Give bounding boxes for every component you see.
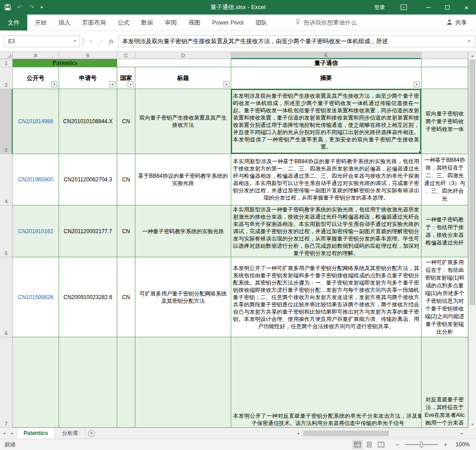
- column-header-c[interactable]: C: [117, 52, 135, 59]
- cell-abstract[interactable]: 本发明公开了一种可扩展多用户量子密钥分配网络系统及其密钥分配方法，其系统包括由量…: [231, 257, 421, 337]
- row-header-2[interactable]: 2: [0, 67, 13, 89]
- cell-abstract-active-e3[interactable]: 本发明涉及双向量子密钥产生接收装置及其产生接收方法，由至少两个量子密码收发一体机…: [231, 89, 421, 154]
- cell-title[interactable]: 可扩展多用户量子密钥分配网络系统及其密钥分配方法: [135, 257, 231, 337]
- formula-bar-expand-icon[interactable]: ▼: [464, 39, 471, 43]
- insert-function-icon[interactable]: fx: [106, 35, 116, 47]
- zoom-in-button[interactable]: +: [442, 441, 449, 448]
- ribbon-display-options-icon[interactable]: [401, 5, 407, 10]
- row-header-6[interactable]: 6: [0, 257, 13, 337]
- tab-formulas[interactable]: 公式: [112, 15, 135, 30]
- filter-button[interactable]: ▼: [51, 81, 57, 87]
- cell-publication-link[interactable]: CN101599826: [13, 257, 59, 337]
- row-header-1[interactable]: 1: [0, 59, 13, 67]
- cell-empty[interactable]: [59, 337, 117, 428]
- row-header-7[interactable]: 7: [0, 337, 13, 428]
- save-icon[interactable]: [5, 4, 11, 10]
- zoom-level[interactable]: 100%: [453, 441, 470, 448]
- tab-home[interactable]: 开始: [29, 15, 53, 30]
- vertical-scrollbar[interactable]: ▲ ▼: [468, 52, 476, 428]
- tab-data[interactable]: 数据: [135, 15, 159, 30]
- row-header-4[interactable]: 4: [0, 154, 13, 205]
- formula-bar-splitter[interactable]: [83, 37, 84, 45]
- share-button[interactable]: 共享: [446, 15, 476, 30]
- header-title[interactable]: 标题 ▼: [135, 67, 231, 89]
- scroll-right-icon[interactable]: ►: [458, 432, 466, 435]
- cell-empty[interactable]: [117, 59, 231, 67]
- header-publication-number[interactable]: 公开号 ▼: [13, 67, 59, 89]
- add-sheet-button[interactable]: +: [85, 428, 97, 439]
- cell-country[interactable]: CN: [117, 257, 135, 337]
- name-box-dropdown-icon[interactable]: ▼: [73, 39, 77, 43]
- header-abstract[interactable]: 摘要 ▼: [231, 67, 421, 89]
- vertical-scrollbar-thumb[interactable]: [470, 60, 475, 305]
- filter-button[interactable]: ▼: [109, 81, 115, 87]
- cell-empty[interactable]: [13, 337, 59, 428]
- page-layout-view-icon[interactable]: [364, 440, 374, 449]
- cell-country[interactable]: CN: [117, 154, 135, 205]
- column-header-e-selected[interactable]: E: [231, 52, 421, 59]
- cell-abstract-partial[interactable]: 本发明公开了一种对反直观量子密钥分配系统的单光子分束攻击方法，涉及量子保密通信技…: [231, 337, 421, 428]
- column-header-d[interactable]: D: [135, 52, 231, 59]
- cell-abstract[interactable]: 本实用新型涉及一种基于BB84协议的量子密码教学系统的实验光路，包括用于接收发射…: [231, 154, 421, 205]
- tab-team[interactable]: 团队: [249, 15, 273, 30]
- scroll-down-icon[interactable]: ▼: [469, 420, 476, 428]
- cell-empty[interactable]: [421, 59, 468, 67]
- close-button[interactable]: ×: [457, 0, 476, 15]
- scroll-up-icon[interactable]: ▲: [469, 52, 476, 59]
- maximize-button[interactable]: [438, 0, 457, 15]
- tab-page-layout[interactable]: 页面布局: [76, 15, 112, 30]
- horizontal-scrollbar-thumb[interactable]: [303, 431, 389, 436]
- cell-overflow[interactable]: 双向量子密钥收 两个量子密码收 子密码收发一体: [421, 89, 468, 154]
- tab-view[interactable]: 视图: [183, 15, 206, 30]
- cell-publication-link[interactable]: CN201965800: [13, 154, 59, 205]
- sign-in-button[interactable]: 登录: [374, 4, 385, 11]
- formula-input[interactable]: 本发明涉及双向量子密钥产生接收装置及其产生接收方法，由至少两个量子密码收发一体机…: [118, 35, 475, 47]
- fill-handle[interactable]: [418, 151, 421, 154]
- header-country[interactable]: 国家 ▼: [117, 67, 135, 89]
- cell-application[interactable]: CN201120002177.7: [59, 205, 117, 257]
- zoom-slider-thumb[interactable]: [420, 442, 423, 447]
- cell-country[interactable]: CN: [117, 205, 135, 257]
- zoom-slider[interactable]: [405, 444, 438, 445]
- normal-view-icon[interactable]: [352, 440, 362, 449]
- filter-button[interactable]: ▼: [128, 81, 134, 87]
- tab-review[interactable]: 审阅: [159, 15, 183, 30]
- name-box[interactable]: E3 ▼: [4, 35, 80, 47]
- horizontal-scrollbar[interactable]: ◄ ►: [294, 428, 476, 439]
- column-header-b[interactable]: B: [59, 52, 117, 59]
- horizontal-scrollbar-track[interactable]: [302, 430, 458, 437]
- redo-icon[interactable]: ↷: [29, 4, 35, 11]
- tab-file[interactable]: 文件: [0, 15, 27, 30]
- cell-publication-link[interactable]: CN201910162: [13, 205, 59, 257]
- sheet-nav-right-icon[interactable]: ►: [8, 428, 16, 439]
- row-header-3-selected[interactable]: 3: [0, 89, 13, 154]
- cell-topic-banner[interactable]: 量子通信: [231, 59, 421, 67]
- cell-title[interactable]: 一种量子密码教学系统的实验光路: [135, 205, 231, 257]
- select-all-corner[interactable]: [0, 52, 13, 59]
- sheet-tab-analysis[interactable]: 分析库: [55, 428, 85, 439]
- cell-application[interactable]: CN200910023282.6: [59, 257, 117, 337]
- cell-overflow-partial[interactable]: 对反直观量子密 法，其特征在于 Eve在发送者Alic 她用一个分束器: [421, 337, 468, 428]
- sheet-nav-left-icon[interactable]: ◄: [0, 428, 8, 439]
- qat-customize-icon[interactable]: ▾: [40, 5, 43, 10]
- cell-publication-link[interactable]: CN101814988: [13, 89, 59, 154]
- header-f[interactable]: [421, 67, 468, 89]
- cell-country[interactable]: CN: [117, 89, 135, 154]
- scroll-left-icon[interactable]: ◄: [294, 432, 302, 435]
- cell-empty[interactable]: [117, 337, 135, 428]
- cell-overflow[interactable]: 一种量子密码教 于：包括用于接 器，接收分束器 检偏器通过光纤: [421, 205, 468, 257]
- tab-power-pivot[interactable]: Power Pivot: [206, 15, 249, 30]
- zoom-out-button[interactable]: −: [394, 441, 401, 448]
- cell-application[interactable]: CN201120062704.3: [59, 154, 117, 205]
- tab-insert[interactable]: 插入: [53, 15, 76, 30]
- confirm-entry-icon[interactable]: ✓: [96, 35, 106, 47]
- tell-me-box[interactable]: 告诉我你想要做什么: [295, 15, 357, 30]
- header-application-number[interactable]: 申请号 ▼: [59, 67, 117, 89]
- cell-title[interactable]: 基于BB84协议的量子密码教学系统的实验光路: [135, 154, 231, 205]
- cell-overflow[interactable]: 一种基于BB84协 路，其特征在于 二、三、四激光 通过光纤（3）与 、三、四光…: [421, 154, 468, 205]
- undo-icon[interactable]: ↶: [17, 4, 23, 11]
- cell-overflow[interactable]: 一种可扩展多用 征在于：包括由 密钥发射端(1)和 成的点到多点量 端(1)向所…: [421, 257, 468, 337]
- cell-empty[interactable]: [135, 337, 231, 428]
- cell-patentics-banner[interactable]: Patentics: [13, 59, 117, 67]
- sheet-tab-patentics[interactable]: Patentics: [16, 428, 55, 439]
